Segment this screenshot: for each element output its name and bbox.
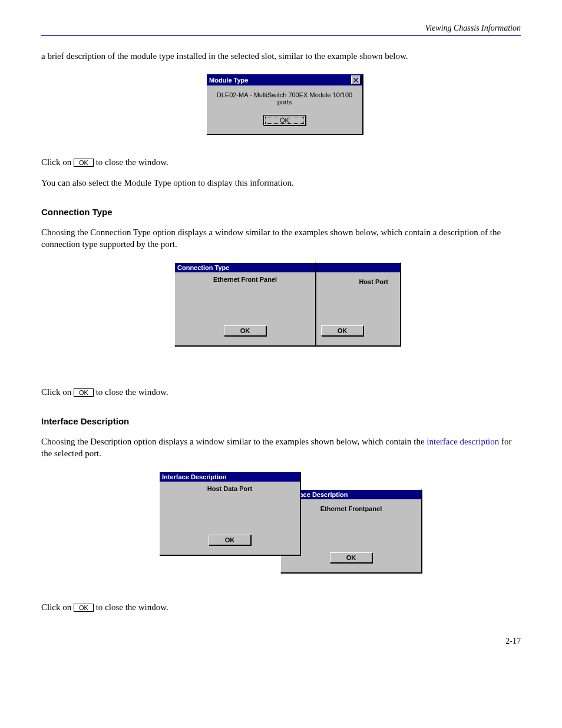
page-number: 2-17 bbox=[41, 637, 521, 646]
ok-button[interactable]: OK bbox=[321, 325, 363, 336]
dialog-module-type: Module Type DLE02-MA - MultiSwitch 700EX… bbox=[206, 74, 363, 134]
section-title: Viewing Chassis Information bbox=[425, 24, 521, 33]
figure-interface-description: Interface Description Ethernet Frontpane… bbox=[41, 472, 521, 589]
text-fragment: Click on bbox=[41, 602, 74, 612]
text-fragment: to close the window. bbox=[94, 602, 168, 612]
interface-description-paragraph: Choosing the Description option displays… bbox=[41, 436, 521, 460]
body-module-type: DLE02-MA - MultiSwitch 700EX Module 10/1… bbox=[207, 85, 362, 134]
close-instruction: Click on OK to close the window. bbox=[41, 156, 521, 168]
message-module-type: DLE02-MA - MultiSwitch 700EX Module 10/1… bbox=[214, 91, 355, 106]
text-fragment: Click on bbox=[41, 387, 74, 397]
message-interface-hostdata: Host Data Port bbox=[207, 485, 252, 492]
message-connection-ethernet: Ethernet Front Panel bbox=[213, 276, 277, 283]
ok-button[interactable]: OK bbox=[263, 115, 306, 126]
module-type-note: You can also select the Module Type opti… bbox=[41, 177, 521, 189]
text-fragment: Click on bbox=[41, 157, 74, 167]
page-header: Viewing Chassis Information bbox=[41, 24, 521, 33]
text-fragment: to close the window. bbox=[94, 387, 168, 397]
body-interface-ethernet: Ethernet Frontpanel OK bbox=[281, 499, 421, 569]
close-instruction-3: Click on OK to close the window. bbox=[41, 601, 521, 613]
intro-paragraph: a brief description of the module type i… bbox=[41, 50, 521, 62]
button-row: OK bbox=[224, 325, 266, 336]
dialog-connection-ethernet: Connection Type Ethernet Front Panel OK bbox=[174, 262, 316, 346]
text-fragment: Choosing the Description option displays… bbox=[41, 437, 427, 446]
button-row: OK bbox=[330, 552, 372, 563]
interface-description-link[interactable]: interface description bbox=[427, 437, 499, 446]
title-connection-ethernet: Connection Type bbox=[177, 264, 229, 271]
connection-type-paragraph: Choosing the Connection Type option disp… bbox=[41, 226, 521, 251]
titlebar-interface-hostdata: Interface Description bbox=[160, 472, 300, 482]
message-connection-hostport: Host Port bbox=[359, 278, 389, 285]
titlebar-module-type: Module Type bbox=[207, 74, 362, 85]
button-row: OK bbox=[321, 325, 363, 336]
figure-module-type: Module Type DLE02-MA - MultiSwitch 700EX… bbox=[41, 74, 521, 144]
dialog-interface-ethernet: Interface Description Ethernet Frontpane… bbox=[280, 489, 422, 573]
message-interface-ethernet: Ethernet Frontpanel bbox=[320, 505, 382, 512]
titlebar-interface-ethernet: Interface Description bbox=[281, 490, 421, 499]
ok-inline: OK bbox=[74, 159, 94, 167]
ok-button[interactable]: OK bbox=[330, 552, 372, 563]
figure-connection-type: Connection Type Host Port OK Connection … bbox=[41, 262, 521, 374]
dialog-interface-hostdata: Interface Description Host Data Port OK bbox=[159, 472, 300, 555]
ok-button[interactable]: OK bbox=[224, 325, 266, 336]
ok-inline: OK bbox=[74, 604, 94, 612]
ok-button[interactable]: OK bbox=[209, 535, 251, 545]
close-instruction-2: Click on OK to close the window. bbox=[41, 386, 521, 398]
body-interface-hostdata: Host Data Port OK bbox=[160, 482, 300, 551]
heading-interface-description: Interface Description bbox=[41, 416, 521, 427]
ok-inline: OK bbox=[74, 388, 94, 397]
body-connection-ethernet: Ethernet Front Panel OK bbox=[175, 272, 315, 342]
titlebar-connection-ethernet: Connection Type bbox=[175, 263, 315, 272]
title-module-type: Module Type bbox=[209, 77, 248, 84]
close-icon[interactable] bbox=[351, 75, 361, 84]
button-row: OK bbox=[209, 535, 251, 545]
heading-connection-type: Connection Type bbox=[41, 206, 521, 218]
header-rule bbox=[41, 35, 521, 36]
title-interface-hostdata: Interface Description bbox=[162, 473, 226, 480]
text-fragment: to close the window. bbox=[94, 157, 168, 167]
